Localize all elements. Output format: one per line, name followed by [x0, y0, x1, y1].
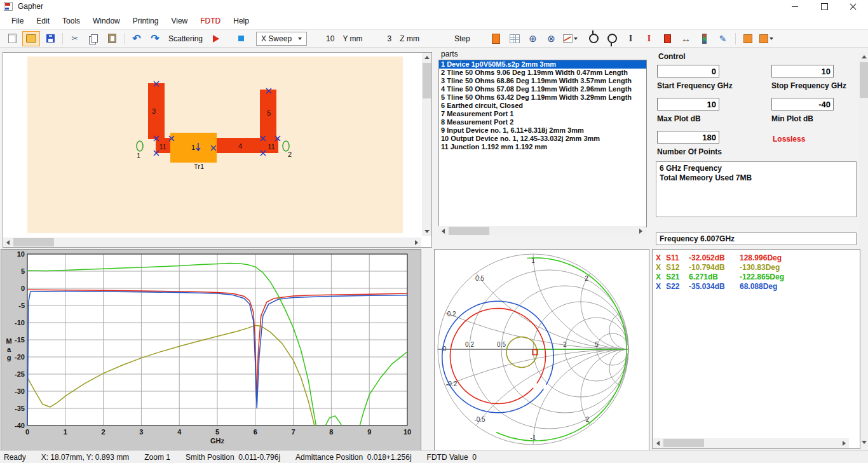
scroll-right-icon	[415, 240, 418, 245]
maximize-button[interactable]	[810, 0, 839, 13]
parts-list[interactable]: 1 Device 1p0V50M5.s2p 2mm 3mm2 Tline 50 …	[438, 60, 647, 227]
pen-icon[interactable]	[715, 32, 731, 46]
layer2-icon	[759, 34, 768, 43]
schematic-panel[interactable]: 35114111Tr112	[3, 52, 432, 248]
parts-title: parts	[441, 50, 458, 58]
scroll-left-button[interactable]	[3, 238, 13, 247]
sparam-horizontal-scrollbar[interactable]	[653, 438, 849, 448]
save-icon[interactable]	[42, 32, 58, 46]
schematic-canvas[interactable]: 35114111Tr112	[3, 53, 421, 236]
scroll-up-button[interactable]	[859, 52, 868, 62]
redo-icon[interactable]	[147, 32, 163, 46]
parts-list-item[interactable]: 11 Junction 1.192 mm 1.192 mm	[439, 143, 646, 151]
schematic-horizontal-scrollbar[interactable]	[3, 238, 421, 247]
sparameter-panel: XS11-32.052dB128.996DegXS12-10.794dB-130…	[652, 249, 860, 449]
grid-icon[interactable]	[506, 32, 523, 46]
current-probe-icon[interactable]	[623, 32, 639, 46]
window-vertical-scrollbar[interactable]	[859, 52, 868, 447]
parts-list-item[interactable]: 3 Tline 50 Ohms 68.86 Deg 1.19mm Width 3…	[439, 77, 646, 85]
lossless-indicator: Lossless	[773, 135, 805, 144]
scrollbar-track[interactable]	[13, 238, 412, 247]
step-label: Step	[451, 34, 473, 43]
number-of-points-input[interactable]	[657, 131, 719, 144]
schematic-vertical-scrollbar[interactable]	[422, 53, 431, 236]
scrollbar-thumb[interactable]	[663, 439, 704, 447]
sparam-marker: X	[656, 282, 666, 292]
layer1-icon[interactable]	[740, 32, 756, 46]
parts-list-item[interactable]: 9 Input Device no. 1, 6.11+8.318j 2mm 3m…	[439, 126, 646, 135]
scrollbar-thumb[interactable]	[13, 238, 54, 246]
stop-icon[interactable]	[233, 32, 249, 46]
schematic-drawing[interactable]: 35114111Tr112	[3, 53, 421, 236]
min-plot-input[interactable]	[771, 98, 834, 111]
menu-window[interactable]: Window	[86, 13, 126, 29]
stop-frequency-input[interactable]	[771, 65, 834, 77]
cut-icon[interactable]	[67, 32, 83, 46]
scroll-down-button[interactable]	[422, 227, 431, 236]
layer2-icon[interactable]	[758, 32, 775, 46]
thermometer-icon[interactable]	[696, 32, 713, 46]
scrollbar-track[interactable]	[663, 438, 839, 448]
sweep-select[interactable]: X Sweep	[256, 32, 307, 46]
close-button[interactable]	[839, 0, 868, 13]
scrollbar-thumb[interactable]	[449, 227, 489, 235]
sparam-phase: -122.865Deg	[740, 272, 857, 282]
port1-icon[interactable]	[586, 32, 602, 46]
device-icon[interactable]	[660, 32, 676, 46]
smith-chart-icon[interactable]	[525, 32, 541, 46]
scrollbar-track[interactable]	[859, 62, 868, 438]
menu-edit[interactable]: Edit	[30, 13, 56, 29]
parts-list-item[interactable]: 2 Tline 50 Ohms 9.06 Deg 1.19mm Width 0.…	[439, 69, 646, 77]
parts-list-item[interactable]: 10 Output Device no. 1, 12.45-33.032j 2m…	[439, 135, 646, 143]
parts-list-item[interactable]: 5 Tline 50 Ohms 63.42 Deg 1.19mm Width 3…	[439, 93, 646, 102]
sparam-phase: -130.83Deg	[740, 263, 857, 272]
scroll-down-button[interactable]	[859, 438, 868, 447]
parts-list-item[interactable]: 7 Measurement Port 1	[439, 110, 646, 118]
simulation-info-box: 6 GHz Frequency Total Memeory Used 7MB	[656, 161, 857, 217]
scrollbar-track[interactable]	[422, 62, 431, 227]
new-file-icon[interactable]	[4, 32, 20, 46]
scroll-right-button[interactable]	[412, 238, 421, 247]
polar-chart-icon[interactable]	[543, 32, 560, 46]
start-frequency-input[interactable]	[657, 65, 719, 77]
copy-icon[interactable]	[85, 32, 102, 46]
menu-file[interactable]: File	[5, 13, 30, 29]
sparam-row-s21: XS216.271dB-122.865Deg	[656, 272, 857, 282]
sweep-select-value: X Sweep	[261, 34, 292, 43]
plot-type-icon[interactable]	[562, 32, 579, 46]
dimension-icon[interactable]	[678, 32, 695, 46]
menu-tools[interactable]: Tools	[56, 13, 86, 29]
schematic-element[interactable]	[148, 83, 165, 139]
scrollbar-thumb[interactable]	[860, 62, 868, 98]
scrollbar-thumb[interactable]	[423, 63, 431, 98]
minimize-button[interactable]	[780, 0, 810, 13]
schematic-label: 1	[137, 152, 140, 159]
scroll-right-button[interactable]	[839, 438, 849, 448]
reactance-arc	[435, 250, 648, 349]
scroll-left-button[interactable]	[438, 226, 448, 236]
menu-printing[interactable]: Printing	[126, 13, 165, 29]
max-plot-input[interactable]	[657, 98, 719, 111]
toolbar-separator	[124, 33, 125, 44]
status-segment: Admittance Position 0.018+1.256j	[295, 453, 411, 462]
scroll-right-button[interactable]	[636, 226, 646, 236]
menu-help[interactable]: Help	[227, 13, 255, 29]
paste-icon[interactable]	[104, 32, 120, 46]
menu-fdtd[interactable]: FDTD	[194, 13, 227, 29]
voltage-probe-icon[interactable]	[641, 32, 658, 46]
parts-list-item[interactable]: 4 Tline 50 Ohms 57.08 Deg 1.19mm Width 2…	[439, 85, 646, 93]
scrollbar-track[interactable]	[448, 226, 636, 236]
parts-list-item[interactable]: 6 Earthed circuit, Closed	[439, 102, 646, 110]
scroll-left-button[interactable]	[653, 438, 663, 448]
y-tick-label: -5	[18, 302, 25, 309]
port2-icon[interactable]	[604, 32, 621, 46]
parts-list-item[interactable]: 8 Measurement Port 2	[439, 118, 646, 126]
undo-icon[interactable]	[128, 32, 145, 46]
menu-view[interactable]: View	[165, 13, 194, 29]
scroll-up-button[interactable]	[422, 53, 431, 62]
parts-list-item[interactable]: 1 Device 1p0V50M5.s2p 2mm 3mm	[439, 60, 646, 69]
run-icon[interactable]	[208, 32, 224, 46]
substrate-icon[interactable]	[488, 32, 505, 46]
open-folder-icon[interactable]	[22, 31, 40, 46]
parts-horizontal-scrollbar[interactable]	[438, 226, 646, 236]
